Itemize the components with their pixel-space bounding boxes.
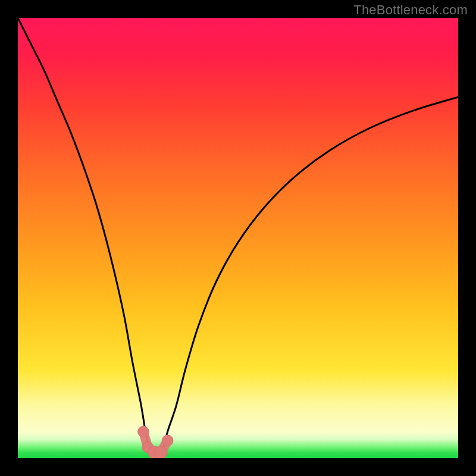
curve-group bbox=[18, 18, 458, 455]
min-marker-dot bbox=[138, 426, 149, 437]
outer-frame: TheBottleneck.com bbox=[0, 0, 476, 476]
watermark-text: TheBottleneck.com bbox=[353, 2, 468, 18]
min-marker-dot bbox=[155, 446, 167, 458]
chart-svg bbox=[18, 18, 458, 458]
bottleneck-curve bbox=[18, 18, 458, 455]
min-marker-dot bbox=[162, 435, 173, 446]
plot-area bbox=[18, 18, 458, 458]
